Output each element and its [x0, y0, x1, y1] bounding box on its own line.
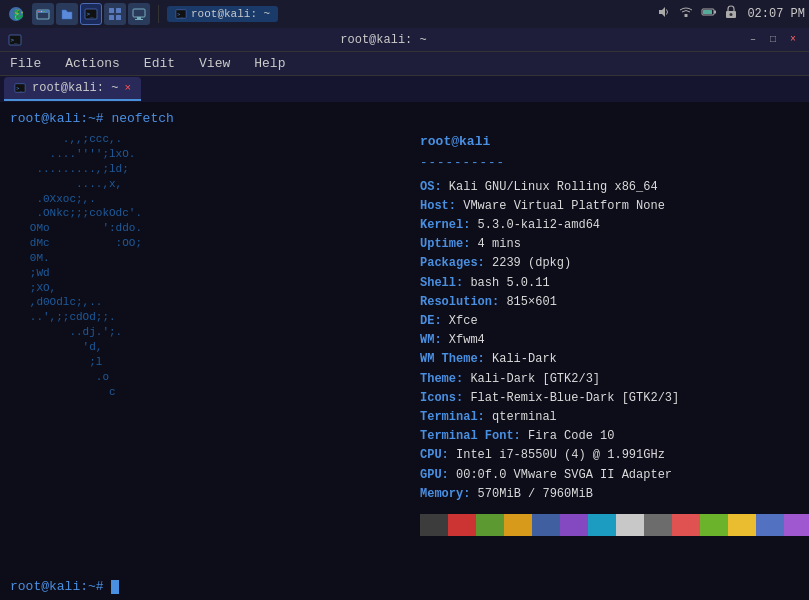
color-swatch	[588, 514, 616, 536]
info-field: OS: Kali GNU/Linux Rolling x86_64	[420, 178, 809, 197]
color-swatches	[420, 514, 809, 536]
info-value: bash 5.0.11	[463, 276, 549, 290]
info-hostname: kali	[459, 134, 490, 149]
info-value: Xfwm4	[442, 333, 485, 347]
svg-rect-15	[135, 19, 143, 20]
titlebar-left: >_	[8, 33, 22, 47]
minimize-button[interactable]: –	[745, 32, 761, 48]
info-value: VMware Virtual Platform None	[456, 199, 665, 213]
menu-file[interactable]: File	[6, 54, 45, 73]
menu-edit[interactable]: Edit	[140, 54, 179, 73]
browser-icon[interactable]	[32, 3, 54, 25]
apps-icon[interactable]	[104, 3, 126, 25]
monitor-icon[interactable]	[128, 3, 150, 25]
maximize-button[interactable]: □	[765, 32, 781, 48]
svg-text:>_: >_	[16, 85, 23, 92]
network-icon[interactable]	[679, 5, 693, 23]
terminal-tab[interactable]: >_ root@kali: ~ ×	[4, 77, 141, 101]
svg-rect-11	[109, 15, 114, 20]
info-value: 2239 (dpkg)	[485, 256, 571, 270]
info-key: Terminal Font:	[420, 429, 521, 443]
info-username: root	[420, 134, 451, 149]
info-key: Resolution:	[420, 295, 499, 309]
kali-dragon-icon[interactable]: 🐉	[4, 3, 28, 25]
terminal-small-icon: >_	[175, 8, 187, 20]
info-value: 5.3.0-kali2-amd64	[470, 218, 600, 232]
info-field: Resolution: 815×601	[420, 293, 809, 312]
tab-terminal-icon: >_	[14, 82, 26, 94]
info-field: Host: VMware Virtual Platform None	[420, 197, 809, 216]
window-title: root@kali: ~	[22, 33, 745, 47]
menu-help[interactable]: Help	[250, 54, 289, 73]
info-key: Shell:	[420, 276, 463, 290]
ascii-art-section: .,,;ccc,. ....'''';lxO. .........,;ld; .…	[10, 132, 410, 536]
info-key: Icons:	[420, 391, 463, 405]
terminal-wrapper: root@kali:~# neofetch .,,;ccc,. ....''''…	[0, 102, 809, 600]
info-lines: OS: Kali GNU/Linux Rolling x86_64Host: V…	[420, 178, 809, 504]
svg-point-5	[41, 11, 43, 13]
color-swatch	[784, 514, 809, 536]
svg-rect-12	[116, 15, 121, 20]
files-icon[interactable]	[56, 3, 78, 25]
svg-rect-13	[133, 9, 145, 17]
info-value: Intel i7-8550U (4) @ 1.991GHz	[449, 448, 665, 462]
battery-icon[interactable]	[701, 5, 717, 23]
info-field: Memory: 570MiB / 7960MiB	[420, 485, 809, 504]
close-button[interactable]: ×	[785, 32, 801, 48]
info-key: Host:	[420, 199, 456, 213]
color-swatch	[420, 514, 448, 536]
info-key: Uptime:	[420, 237, 470, 251]
prompt-text: root@kali:~# neofetch	[10, 111, 174, 126]
tab-label: root@kali: ~	[32, 81, 118, 95]
tab-close-button[interactable]: ×	[124, 82, 131, 94]
color-swatch	[448, 514, 476, 536]
info-key: WM:	[420, 333, 442, 347]
color-swatch	[644, 514, 672, 536]
taskbar: 🐉 >_	[0, 0, 809, 28]
info-field: Packages: 2239 (dpkg)	[420, 254, 809, 273]
titlebar-buttons: – □ ×	[745, 32, 801, 48]
info-value: Kali GNU/Linux Rolling x86_64	[442, 180, 658, 194]
info-value: qterminal	[485, 410, 557, 424]
color-swatch	[560, 514, 588, 536]
bottom-prompt[interactable]: root@kali:~#	[0, 573, 809, 600]
menu-view[interactable]: View	[195, 54, 234, 73]
taskbar-clock: 02:07 PM	[657, 5, 805, 23]
svg-rect-10	[116, 8, 121, 13]
terminal[interactable]: root@kali:~# neofetch .,,;ccc,. ....''''…	[0, 102, 809, 573]
window-titlebar: >_ root@kali: ~ – □ ×	[0, 28, 809, 52]
svg-text:🐉: 🐉	[12, 8, 24, 21]
terminal-taskbar-icon[interactable]: >_	[80, 3, 102, 25]
info-field: Uptime: 4 mins	[420, 235, 809, 254]
color-swatch	[728, 514, 756, 536]
info-field: Kernel: 5.3.0-kali2-amd64	[420, 216, 809, 235]
info-value: Xfce	[442, 314, 478, 328]
svg-point-4	[38, 11, 40, 13]
info-field: CPU: Intel i7-8550U (4) @ 1.991GHz	[420, 446, 809, 465]
taskbar-terminal-window[interactable]: >_ root@kali: ~	[167, 6, 278, 22]
info-key: GPU:	[420, 468, 449, 482]
taskbar-sep1	[158, 5, 159, 23]
color-swatch	[756, 514, 784, 536]
info-section: root@kali ---------- OS: Kali GNU/Linux …	[410, 132, 809, 536]
svg-rect-22	[703, 10, 712, 14]
svg-point-24	[730, 13, 733, 16]
svg-text:>_: >_	[177, 11, 184, 18]
info-value: Kali-Dark	[485, 352, 557, 366]
info-key: DE:	[420, 314, 442, 328]
taskbar-window-title: root@kali: ~	[191, 8, 270, 20]
info-key: Kernel:	[420, 218, 470, 232]
info-key: WM Theme:	[420, 352, 485, 366]
lock-icon[interactable]	[725, 5, 737, 23]
volume-icon[interactable]	[657, 5, 671, 23]
svg-point-6	[43, 11, 45, 13]
command-line: root@kali:~# neofetch	[10, 110, 799, 128]
svg-rect-14	[137, 17, 141, 19]
info-key: Theme:	[420, 372, 463, 386]
info-field: GPU: 00:0f.0 VMware SVGA II Adapter	[420, 466, 809, 485]
terminal-content: .,,;ccc,. ....'''';lxO. .........,;ld; .…	[10, 132, 799, 536]
info-at-symbol: @	[451, 134, 459, 149]
menu-actions[interactable]: Actions	[61, 54, 124, 73]
ascii-art: .,,;ccc,. ....'''';lxO. .........,;ld; .…	[10, 132, 410, 399]
tabbar: >_ root@kali: ~ ×	[0, 76, 809, 102]
